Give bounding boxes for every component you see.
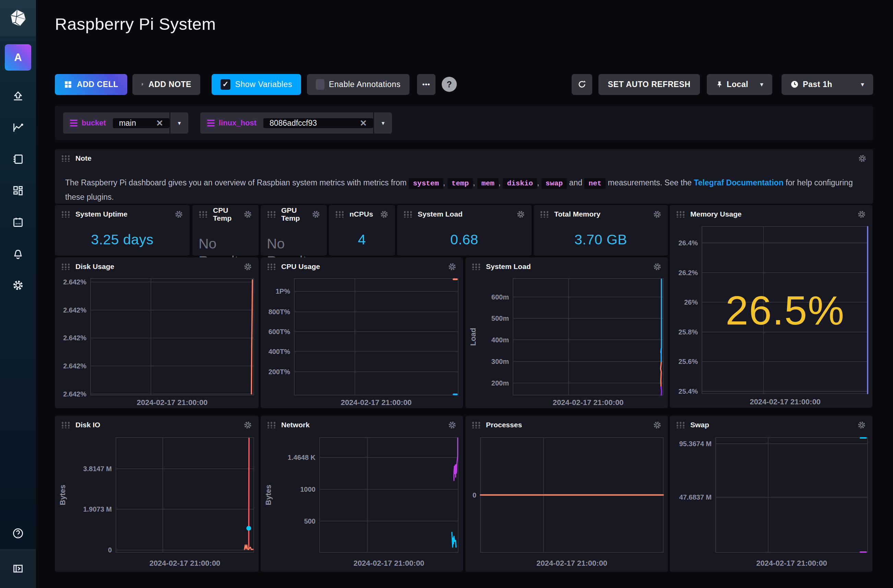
sidebar-item-data-explorer[interactable] [0, 112, 36, 143]
cell-gear-button[interactable] [243, 420, 253, 430]
drag-handle-icon[interactable] [676, 422, 686, 428]
cell-gear-button[interactable] [516, 210, 525, 219]
clear-icon[interactable]: ✕ [156, 118, 163, 128]
cell-gear-button[interactable] [243, 210, 253, 219]
chart-canvas[interactable]: 600m500m400m300m200m2024-02-17 21:00:00L… [465, 257, 668, 408]
y-tick-label: 26.2% [678, 269, 698, 276]
variable-dropdown-button[interactable]: ▾ [170, 112, 188, 134]
ellipsis-icon: ••• [422, 81, 430, 88]
note-text: The Raspberry Pi dashboard gives you an … [65, 176, 863, 204]
y-tick-label: 200m [492, 380, 509, 387]
cell-gear-button[interactable] [652, 262, 662, 272]
drag-handle-icon[interactable] [472, 422, 481, 428]
variable-value-box[interactable]: 8086adfccf93✕ [263, 118, 373, 128]
x-axis-label: 2024-02-17 21:00:00 [137, 398, 208, 407]
variable-name: bucket [82, 118, 106, 128]
drag-handle-icon[interactable] [267, 263, 277, 270]
add-cell-button[interactable]: ADD CELL [55, 74, 127, 95]
show-variables-label: Show Variables [235, 80, 292, 89]
set-auto-refresh-button[interactable]: SET AUTO REFRESH [598, 74, 700, 95]
cell-header: System Uptime [55, 205, 189, 224]
chart-canvas[interactable]: 02024-02-17 21:00:00 [465, 416, 668, 572]
variable-drag-icon[interactable] [207, 120, 215, 126]
cell-title: CPU Usage [281, 262, 320, 270]
chart-canvas[interactable]: 1.4648 K10005002024-02-17 21:00:00Bytes [261, 416, 463, 572]
chart-canvas[interactable]: 2.642%2.642%2.642%2.642%2.642%2024-02-17… [55, 257, 259, 408]
more-options-button[interactable]: ••• [417, 74, 436, 95]
drag-handle-icon[interactable] [198, 211, 208, 218]
cell-gear-button[interactable] [311, 210, 321, 219]
sidebar-item-settings[interactable] [0, 269, 36, 301]
cell-gear-button[interactable] [380, 210, 389, 219]
drag-handle-icon[interactable] [61, 155, 71, 162]
drag-handle-icon[interactable] [335, 211, 345, 218]
chart-canvas[interactable]: 95.3674 M47.6837 M2024-02-17 21:00:00 [670, 416, 872, 572]
cell-system-load-stat: System Load0.68 [397, 205, 532, 256]
drag-handle-icon[interactable] [61, 211, 71, 218]
cell-gear-button[interactable] [857, 420, 866, 430]
sidebar-item-dashboards[interactable] [0, 175, 36, 206]
sidebar-item-load-data[interactable] [0, 80, 36, 112]
refresh-button[interactable] [572, 74, 592, 95]
gear-icon [858, 154, 867, 163]
drag-handle-icon[interactable] [540, 211, 549, 218]
x-axis-label: 2024-02-17 21:00:00 [756, 559, 827, 567]
cell-title: Swap [690, 421, 709, 429]
cell-gear-button[interactable] [243, 262, 253, 272]
add-note-button[interactable]: ADD NOTE [132, 74, 200, 95]
chart-canvas[interactable]: 1P%800T%600T%400T%200T%2024-02-17 21:00:… [261, 257, 463, 408]
series-line [454, 438, 458, 481]
drag-handle-icon[interactable] [403, 211, 413, 218]
drag-handle-icon[interactable] [267, 422, 277, 428]
show-variables-toggle[interactable]: ✓ Show Variables [212, 74, 301, 95]
cell-gear-button[interactable] [652, 420, 662, 430]
cell-gear-button[interactable] [174, 210, 183, 219]
note-text-segment: , [537, 178, 541, 187]
telegraf-docs-link[interactable]: Telegraf Documentation [694, 178, 783, 187]
set-auto-refresh-label: SET AUTO REFRESH [608, 80, 691, 89]
cell-gear-button[interactable] [448, 262, 457, 272]
gear-icon [652, 210, 662, 219]
cell-header: System Load [465, 257, 668, 276]
drag-handle-icon[interactable] [472, 263, 481, 270]
sidebar-item-alerts[interactable] [0, 238, 36, 269]
sidebar-item-expand[interactable] [0, 549, 36, 588]
gear-icon [243, 420, 253, 430]
variable-dropdown-button[interactable]: ▾ [374, 112, 392, 134]
cell-gear-button[interactable] [858, 154, 867, 163]
chart-canvas[interactable]: 3.8147 M1.9073 M02024-02-17 21:00:00Byte… [55, 416, 259, 572]
notebook-icon [12, 153, 24, 165]
cell-header: Network [261, 416, 463, 434]
timezone-dropdown[interactable]: Local ▾ [707, 74, 772, 95]
influxdb-logo[interactable] [0, 0, 36, 36]
y-tick-label: 26.4% [678, 239, 698, 247]
cell-gear-button[interactable] [448, 420, 457, 430]
cell-gear-button[interactable] [857, 210, 866, 219]
series-line [661, 387, 661, 395]
variable-drag-icon[interactable] [70, 120, 78, 126]
time-range-dropdown[interactable]: Past 1h ▾ [782, 74, 873, 95]
enable-annotations-toggle[interactable]: Enable Annotations [307, 74, 409, 95]
cell-system-uptime: System Uptime3.25 days [55, 205, 189, 256]
variable-value-box[interactable]: main✕ [113, 118, 170, 128]
sidebar-item-help[interactable] [0, 518, 36, 549]
chart-canvas[interactable]: 26.4%26.2%26%25.8%25.6%25.4%2024-02-17 2… [670, 205, 872, 408]
sidebar-item-tasks[interactable] [0, 206, 36, 238]
dashboards-icon [12, 184, 24, 197]
help-button[interactable]: ? [442, 77, 457, 92]
drag-handle-icon[interactable] [61, 263, 71, 270]
gear-icon [448, 262, 457, 272]
x-axis-label: 2024-02-17 21:00:00 [149, 559, 221, 567]
sidebar-item-notebooks[interactable] [0, 143, 36, 175]
drag-handle-icon[interactable] [61, 422, 71, 428]
cell-gear-button[interactable] [652, 210, 662, 219]
page-title: Raspberry Pi System [55, 14, 216, 34]
avatar[interactable]: A [5, 44, 31, 70]
drag-handle-icon[interactable] [267, 211, 277, 218]
question-circle-icon [12, 527, 24, 540]
measurement-code: system [409, 178, 443, 189]
clear-icon[interactable]: ✕ [360, 118, 367, 128]
cell-header: Memory Usage [670, 205, 872, 224]
drag-handle-icon[interactable] [676, 211, 686, 218]
timezone-value: Local [716, 80, 748, 89]
